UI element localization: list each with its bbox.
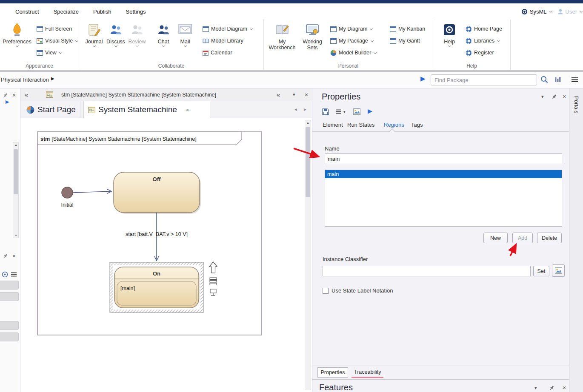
menu-construct[interactable]: Construct (15, 9, 39, 15)
delete-button[interactable]: Delete (537, 233, 562, 243)
scroll-up-icon[interactable]: ▲ (14, 143, 17, 146)
hamburger-menu-icon[interactable] (335, 109, 342, 114)
visual-style-button[interactable]: Visual Style (37, 37, 78, 44)
collapsed-panel-pill[interactable] (0, 332, 19, 341)
bottom-tab-traceability[interactable]: Traceability (352, 368, 383, 378)
full-screen-button[interactable]: Full Screen (37, 26, 72, 32)
perspective-icon (521, 9, 528, 15)
my-package-button[interactable]: My Package (330, 37, 373, 44)
chat-button[interactable]: Chat (154, 22, 173, 47)
book-icon (203, 38, 209, 44)
regions-listbox[interactable]: main (325, 170, 562, 227)
close-document-icon[interactable]: × (305, 92, 308, 98)
scrollbar-thumb[interactable] (306, 127, 310, 197)
tab-tags[interactable]: Tags (411, 122, 423, 128)
left-scrollbar[interactable]: ▲ ▼ (13, 142, 19, 238)
journal-button[interactable]: Journal (84, 22, 104, 47)
chevron-down-icon (549, 9, 552, 12)
initial-node[interactable] (62, 187, 73, 198)
breadcrumb[interactable]: Physical Interaction (1, 77, 49, 83)
scroll-up-icon[interactable]: ▲ (306, 121, 309, 124)
libraries-button[interactable]: Libraries (466, 37, 500, 44)
collapsed-panel-pill[interactable] (0, 281, 19, 290)
target-icon[interactable] (2, 271, 8, 278)
caret-down-icon[interactable]: ▾ (343, 110, 346, 114)
home-page-button[interactable]: Home Page (466, 26, 502, 32)
caret-down-icon[interactable]: ▾ (293, 92, 295, 97)
nav-right-icon[interactable]: ▸ (304, 107, 306, 112)
hamburger-menu-icon[interactable] (11, 272, 17, 277)
set-button[interactable]: Set (533, 266, 549, 276)
working-sets-button[interactable]: Working Sets (300, 22, 325, 51)
my-gantt-button[interactable]: My Gantt (390, 37, 420, 44)
instance-classifier-input[interactable] (323, 266, 531, 276)
tab-run-states[interactable]: Run States (347, 122, 374, 128)
search-icon[interactable] (540, 76, 548, 83)
main-area: × ▶ ▲ ▼ × « stm [StateMachine] System St… (0, 88, 583, 392)
find-package-input[interactable] (431, 74, 537, 85)
canvas-scrollbar[interactable]: ▲ (305, 120, 311, 390)
compartments-icon[interactable] (210, 278, 217, 285)
pin-icon[interactable] (552, 94, 557, 99)
model-diagram-button[interactable]: Model Diagram (203, 26, 252, 32)
add-button[interactable]: Add (512, 233, 533, 243)
close-tab-icon[interactable]: × (186, 107, 189, 113)
tab-element[interactable]: Element (323, 122, 343, 128)
pin-icon[interactable] (3, 253, 8, 259)
classifier-picker-button[interactable] (552, 264, 565, 277)
new-button[interactable]: New (483, 233, 508, 243)
close-panel-icon[interactable]: × (563, 94, 566, 99)
close-icon[interactable]: × (12, 253, 16, 259)
calendar-button[interactable]: Calendar (203, 49, 232, 56)
appearance-image-icon[interactable] (353, 108, 360, 115)
review-button[interactable]: Review (127, 22, 147, 47)
perspective-selector[interactable]: SysML (530, 9, 547, 15)
chevron-down-icon (162, 44, 165, 47)
menu-settings[interactable]: Settings (126, 9, 146, 15)
portals-tab[interactable]: Portals (569, 88, 583, 392)
model-library-button[interactable]: Model Library (203, 37, 243, 44)
model-builder-button[interactable]: Model Builder (330, 49, 376, 56)
breadcrumb-arrow-icon[interactable]: ▶ (51, 77, 54, 81)
discuss-button[interactable]: Discuss (106, 22, 126, 47)
save-icon[interactable] (322, 108, 329, 116)
run-play-icon[interactable]: ▶ (368, 108, 372, 114)
my-workbench-button[interactable]: My Workbench (268, 22, 296, 51)
expand-play-icon[interactable]: ▶ (6, 99, 9, 104)
chevron-down-icon (448, 44, 451, 47)
list-columns-icon[interactable] (554, 77, 561, 82)
scrollbar-thumb[interactable] (14, 149, 18, 194)
region-name-input[interactable] (325, 153, 562, 164)
caret-down-icon[interactable]: ▾ (534, 386, 537, 390)
tab-system-statemachine[interactable]: System Statemachine × (83, 101, 210, 118)
user-menu[interactable]: User (566, 9, 577, 15)
pin-icon[interactable] (3, 93, 8, 98)
menu-specialize[interactable]: Specialize (54, 9, 79, 15)
collapse-chevrons-icon[interactable]: « (25, 91, 28, 98)
tab-start-page[interactable]: Start Page (22, 101, 80, 118)
collapse-chevrons-icon[interactable]: « (277, 91, 280, 98)
collapsed-panel-pill[interactable] (0, 321, 19, 330)
state-label-notation-checkbox[interactable] (323, 288, 329, 294)
preferences-button[interactable]: Preferences (2, 22, 32, 47)
menu-publish[interactable]: Publish (93, 9, 111, 15)
scroll-down-icon[interactable]: ▼ (14, 234, 17, 237)
collapsed-panel-pill[interactable] (0, 292, 19, 301)
pin-icon[interactable] (549, 385, 554, 391)
region-list-item-selected[interactable]: main (325, 170, 562, 178)
my-diagram-button[interactable]: My Diagram (330, 26, 372, 32)
view-button[interactable]: View (37, 49, 62, 56)
diagram-canvas[interactable]: stm[StateMachine] System Statemachine [S… (20, 118, 312, 392)
tab-regions[interactable]: Regions (384, 122, 404, 128)
bottom-tab-properties[interactable]: Properties (317, 367, 348, 378)
my-kanban-button[interactable]: My Kanban (390, 26, 425, 32)
register-button[interactable]: Register (466, 49, 494, 56)
nav-left-icon[interactable]: ◂ (294, 107, 297, 112)
expand-play-icon[interactable]: ▶ (420, 75, 426, 82)
hamburger-menu-icon[interactable] (571, 77, 578, 82)
caret-down-icon[interactable]: ▾ (541, 94, 544, 99)
help-button[interactable]: Help (439, 22, 460, 47)
mail-button[interactable]: Mail (176, 22, 194, 47)
close-icon[interactable]: × (12, 92, 16, 98)
close-panel-icon[interactable]: × (563, 385, 566, 391)
